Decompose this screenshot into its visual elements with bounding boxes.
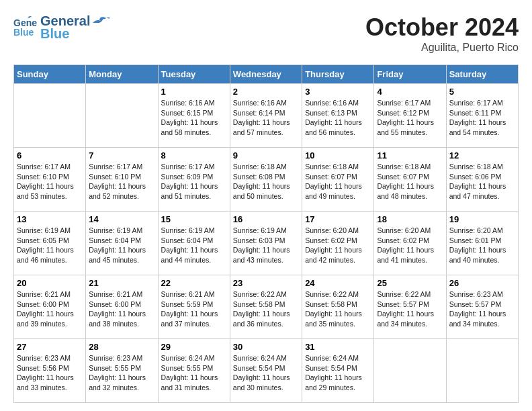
calendar-cell: 23Sunrise: 6:22 AMSunset: 5:58 PMDayligh…: [230, 275, 302, 339]
day-number: 27: [17, 342, 83, 352]
day-number: 12: [449, 150, 515, 161]
day-number: 6: [17, 150, 83, 161]
title-block: October 2024 Aguilita, Puerto Rico: [365, 13, 519, 54]
day-number: 30: [233, 342, 299, 352]
calendar-cell: 17Sunrise: 6:20 AMSunset: 6:02 PMDayligh…: [302, 212, 374, 275]
calendar-cell: 22Sunrise: 6:21 AMSunset: 5:59 PMDayligh…: [158, 275, 230, 339]
logo-icon: General Blue: [13, 15, 38, 40]
calendar-cell: 13Sunrise: 6:19 AMSunset: 6:05 PMDayligh…: [14, 212, 86, 275]
calendar-cell: 28Sunrise: 6:23 AMSunset: 5:55 PMDayligh…: [86, 339, 158, 403]
day-number: 8: [161, 150, 227, 161]
day-info: Sunrise: 6:19 AMSunset: 6:04 PMDaylight:…: [89, 226, 154, 265]
day-info: Sunrise: 6:22 AMSunset: 5:58 PMDaylight:…: [233, 289, 299, 329]
day-number: 5: [449, 87, 515, 97]
day-number: 18: [377, 214, 443, 224]
calendar-cell: 10Sunrise: 6:18 AMSunset: 6:07 PMDayligh…: [302, 148, 374, 212]
day-info: Sunrise: 6:21 AMSunset: 6:00 PMDaylight:…: [17, 289, 83, 329]
day-number: 16: [233, 214, 299, 224]
day-info: Sunrise: 6:23 AMSunset: 5:57 PMDaylight:…: [449, 289, 515, 329]
calendar-week-row: 1Sunrise: 6:16 AMSunset: 6:15 PMDaylight…: [14, 84, 519, 148]
day-number: 14: [89, 214, 154, 224]
calendar-cell: 15Sunrise: 6:19 AMSunset: 6:04 PMDayligh…: [158, 212, 230, 275]
calendar-cell: 20Sunrise: 6:21 AMSunset: 6:00 PMDayligh…: [14, 275, 86, 339]
day-number: 2: [233, 87, 299, 97]
day-info: Sunrise: 6:22 AMSunset: 5:58 PMDaylight:…: [305, 289, 371, 329]
day-info: Sunrise: 6:16 AMSunset: 6:13 PMDaylight:…: [305, 98, 371, 138]
calendar-week-row: 6Sunrise: 6:17 AMSunset: 6:10 PMDaylight…: [14, 148, 519, 212]
calendar-cell: 8Sunrise: 6:17 AMSunset: 6:09 PMDaylight…: [158, 148, 230, 212]
calendar-week-row: 20Sunrise: 6:21 AMSunset: 6:00 PMDayligh…: [14, 275, 519, 339]
day-info: Sunrise: 6:24 AMSunset: 5:54 PMDaylight:…: [305, 353, 371, 393]
day-info: Sunrise: 6:18 AMSunset: 6:07 PMDaylight:…: [377, 162, 443, 201]
calendar-cell: 21Sunrise: 6:21 AMSunset: 6:00 PMDayligh…: [86, 275, 158, 339]
calendar-table: SundayMondayTuesdayWednesdayThursdayFrid…: [13, 64, 519, 403]
weekday-header: Monday: [86, 65, 158, 84]
calendar-cell: 14Sunrise: 6:19 AMSunset: 6:04 PMDayligh…: [86, 212, 158, 275]
day-info: Sunrise: 6:18 AMSunset: 6:06 PMDaylight:…: [449, 162, 515, 201]
day-number: 23: [233, 278, 299, 288]
day-info: Sunrise: 6:20 AMSunset: 6:02 PMDaylight:…: [305, 226, 371, 265]
day-number: 29: [161, 342, 227, 352]
calendar-cell: 19Sunrise: 6:20 AMSunset: 6:01 PMDayligh…: [446, 212, 518, 275]
calendar-cell: 6Sunrise: 6:17 AMSunset: 6:10 PMDaylight…: [14, 148, 86, 212]
day-info: Sunrise: 6:24 AMSunset: 5:55 PMDaylight:…: [161, 353, 227, 393]
weekday-header: Friday: [374, 65, 446, 84]
day-number: 24: [305, 278, 371, 288]
calendar-cell: 24Sunrise: 6:22 AMSunset: 5:58 PMDayligh…: [302, 275, 374, 339]
calendar-cell: 31Sunrise: 6:24 AMSunset: 5:54 PMDayligh…: [302, 339, 374, 403]
day-number: 20: [17, 278, 83, 288]
day-number: 10: [305, 150, 371, 161]
day-number: 22: [161, 278, 227, 288]
day-number: 15: [161, 214, 227, 224]
day-number: 28: [89, 342, 154, 352]
day-info: Sunrise: 6:24 AMSunset: 5:54 PMDaylight:…: [233, 353, 299, 393]
day-info: Sunrise: 6:22 AMSunset: 5:57 PMDaylight:…: [377, 289, 443, 329]
day-info: Sunrise: 6:16 AMSunset: 6:15 PMDaylight:…: [161, 98, 227, 138]
day-info: Sunrise: 6:17 AMSunset: 6:11 PMDaylight:…: [449, 98, 515, 138]
day-info: Sunrise: 6:20 AMSunset: 6:02 PMDaylight:…: [377, 226, 443, 265]
day-number: 7: [89, 150, 154, 161]
day-number: 21: [89, 278, 154, 288]
weekday-header: Thursday: [302, 65, 374, 84]
day-info: Sunrise: 6:18 AMSunset: 6:07 PMDaylight:…: [305, 162, 371, 201]
calendar-cell: 3Sunrise: 6:16 AMSunset: 6:13 PMDaylight…: [302, 84, 374, 148]
day-number: 25: [377, 278, 443, 288]
calendar-cell: [446, 339, 518, 403]
day-info: Sunrise: 6:21 AMSunset: 5:59 PMDaylight:…: [161, 289, 227, 329]
weekday-header: Saturday: [446, 65, 518, 84]
day-info: Sunrise: 6:18 AMSunset: 6:08 PMDaylight:…: [233, 162, 299, 201]
day-number: 13: [17, 214, 83, 224]
day-info: Sunrise: 6:17 AMSunset: 6:09 PMDaylight:…: [161, 162, 227, 201]
calendar-cell: 25Sunrise: 6:22 AMSunset: 5:57 PMDayligh…: [374, 275, 446, 339]
calendar-cell: 18Sunrise: 6:20 AMSunset: 6:02 PMDayligh…: [374, 212, 446, 275]
calendar-week-row: 13Sunrise: 6:19 AMSunset: 6:05 PMDayligh…: [14, 212, 519, 275]
logo-bird-icon: [91, 16, 110, 26]
calendar-cell: 5Sunrise: 6:17 AMSunset: 6:11 PMDaylight…: [446, 84, 518, 148]
day-number: 1: [161, 87, 227, 97]
day-info: Sunrise: 6:23 AMSunset: 5:56 PMDaylight:…: [17, 353, 83, 393]
day-number: 31: [305, 342, 371, 352]
logo: General Blue General Blue: [13, 13, 110, 42]
weekday-header: Wednesday: [230, 65, 302, 84]
day-info: Sunrise: 6:19 AMSunset: 6:05 PMDaylight:…: [17, 226, 83, 265]
calendar-header-row: SundayMondayTuesdayWednesdayThursdayFrid…: [14, 65, 519, 84]
day-number: 9: [233, 150, 299, 161]
calendar-cell: 16Sunrise: 6:19 AMSunset: 6:03 PMDayligh…: [230, 212, 302, 275]
day-info: Sunrise: 6:19 AMSunset: 6:04 PMDaylight:…: [161, 226, 227, 265]
day-number: 19: [449, 214, 515, 224]
calendar-week-row: 27Sunrise: 6:23 AMSunset: 5:56 PMDayligh…: [14, 339, 519, 403]
day-info: Sunrise: 6:17 AMSunset: 6:10 PMDaylight:…: [89, 162, 154, 201]
calendar-cell: 11Sunrise: 6:18 AMSunset: 6:07 PMDayligh…: [374, 148, 446, 212]
calendar-cell: 2Sunrise: 6:16 AMSunset: 6:14 PMDaylight…: [230, 84, 302, 148]
calendar-cell: 30Sunrise: 6:24 AMSunset: 5:54 PMDayligh…: [230, 339, 302, 403]
calendar-cell: [14, 84, 86, 148]
location: Aguilita, Puerto Rico: [365, 42, 519, 54]
day-number: 26: [449, 278, 515, 288]
calendar-cell: 9Sunrise: 6:18 AMSunset: 6:08 PMDaylight…: [230, 148, 302, 212]
day-number: 11: [377, 150, 443, 161]
day-info: Sunrise: 6:17 AMSunset: 6:12 PMDaylight:…: [377, 98, 443, 138]
weekday-header: Tuesday: [158, 65, 230, 84]
calendar-cell: 29Sunrise: 6:24 AMSunset: 5:55 PMDayligh…: [158, 339, 230, 403]
day-number: 17: [305, 214, 371, 224]
calendar-cell: 27Sunrise: 6:23 AMSunset: 5:56 PMDayligh…: [14, 339, 86, 403]
